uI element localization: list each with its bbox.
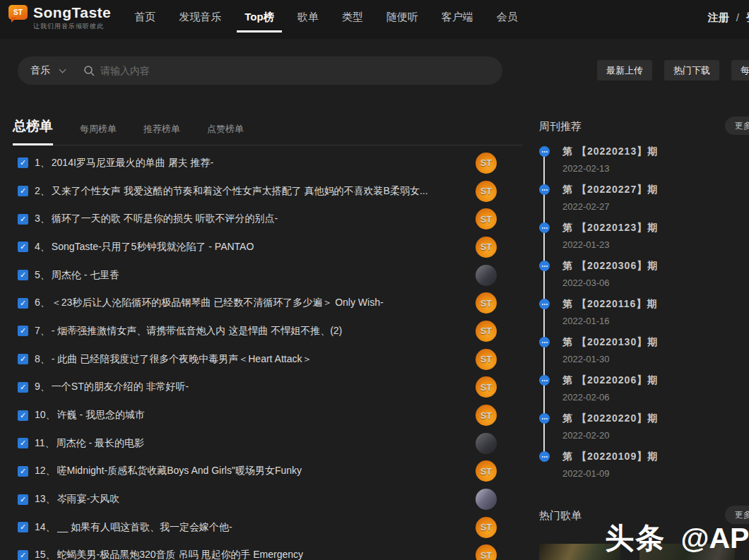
user-avatar[interactable]: ST <box>476 153 497 174</box>
song-title-link[interactable]: - 烟蒂强推激情女声、请携带低音炮入内 这是悍曲 不悍姐不推、(2) <box>52 325 342 338</box>
weekly-issue-title[interactable]: 第 【20220306】期 <box>562 260 749 273</box>
song-title-link[interactable]: 许巍 - 我思念的城市 <box>57 409 145 422</box>
user-avatar[interactable]: ST <box>476 292 497 314</box>
weekly-issue-title[interactable]: 第 【20220123】期 <box>562 222 749 234</box>
weekly-section-header: 周刊推荐 更多 > <box>539 117 749 136</box>
song-checkbox[interactable] <box>18 242 28 252</box>
song-checkbox[interactable] <box>18 382 28 393</box>
auth-separator: / <box>736 11 739 23</box>
tab[interactable]: 点赞榜单 <box>207 123 244 136</box>
user-avatar[interactable]: ST <box>476 181 497 202</box>
song-title-link[interactable]: __ 如果有人唱这首歌、我一定会嫁个他- <box>57 521 232 534</box>
nav-item[interactable]: 客户端 <box>442 11 473 24</box>
nav-item[interactable]: 首页 <box>134 11 155 24</box>
weekly-issue-item[interactable]: 第 【20220306】期 2022-03-06 <box>539 260 749 298</box>
song-checkbox[interactable] <box>18 410 28 421</box>
song-checkbox[interactable] <box>18 550 28 560</box>
song-rank: 8、 <box>35 353 50 366</box>
song-rank: 5、 <box>35 269 50 282</box>
weekly-issue-item[interactable]: 第 【20220220】期 2022-02-20 <box>539 412 749 451</box>
weekly-issue-item[interactable]: 第 【20220123】期 2022-01-23 <box>539 222 749 260</box>
song-row: 7、 - 烟蒂强推激情女声、请携带低音炮入内 这是悍曲 不悍姐不推、(2) ST <box>13 317 523 345</box>
nav-item[interactable]: 歌单 <box>297 11 319 24</box>
weekly-issue-title[interactable]: 第 【20220116】期 <box>562 298 749 311</box>
song-checkbox[interactable] <box>18 522 28 532</box>
user-avatar[interactable]: ST <box>476 349 497 370</box>
register-link[interactable]: 注册 <box>707 11 729 23</box>
song-title-link[interactable]: 一个ST的朋友介绍的 非常好听- <box>52 381 189 393</box>
nav-item[interactable]: 随便听 <box>387 11 418 24</box>
logo[interactable]: ST SongTaste 让我们用音乐倾听彼此 <box>8 5 111 31</box>
song-title-link[interactable]: 岑雨宴-大风吹 <box>57 493 120 506</box>
user-avatar[interactable] <box>476 433 497 454</box>
weekly-issue-item[interactable]: 第 【20220227】期 2022-02-27 <box>539 184 749 222</box>
tab[interactable]: 每周榜单 <box>80 123 117 136</box>
tab[interactable]: 推荐榜单 <box>143 123 180 136</box>
song-row: 11、 周杰伦 - 最长的电影 <box>13 429 523 458</box>
nav-item[interactable]: 类型 <box>342 11 363 24</box>
weekly-issue-item[interactable]: 第 【20220213】期 2022-02-13 <box>539 145 749 184</box>
song-title-link[interactable]: 蛇蝎美男-极品黑炮320音质 吊吗 甩起你的手 Emergency <box>57 549 304 560</box>
song-row: 2、 又来了个性女声 我爱这酷的节奏和着这个性女声太搭配了 真他妈的不喜欢装B柔… <box>13 177 523 205</box>
song-checkbox[interactable] <box>18 298 28 309</box>
song-checkbox[interactable] <box>18 466 28 477</box>
chevron-down-icon[interactable] <box>59 66 66 73</box>
song-rank: 6、 <box>35 297 50 309</box>
weekly-more-button[interactable]: 更多 > <box>725 117 749 135</box>
nav-item[interactable]: 会员 <box>497 11 518 24</box>
watermark: 头条 @APP猿 <box>605 519 749 558</box>
song-title-link[interactable]: 周杰伦 - 最长的电影 <box>57 437 144 450</box>
tab[interactable]: 总榜单 <box>13 117 53 136</box>
user-avatar[interactable]: ST <box>476 376 497 398</box>
action-button[interactable]: 每周榜 <box>731 60 749 81</box>
song-checkbox[interactable] <box>18 438 28 448</box>
song-row: 4、 SongTaste-只用了5秒钟我就沦陷了 - PANTAO ST <box>13 233 523 261</box>
user-avatar[interactable]: ST <box>476 517 497 538</box>
nav-item[interactable]: Top榜 <box>244 11 273 24</box>
weekly-issue-item[interactable]: 第 【20220116】期 2022-01-16 <box>539 298 749 336</box>
song-checkbox[interactable] <box>18 270 28 280</box>
user-avatar[interactable]: ST <box>476 321 497 342</box>
search-category-select[interactable]: 音乐 <box>30 64 50 77</box>
song-row: 10、 许巍 - 我思念的城市 ST <box>13 401 523 429</box>
song-title-link[interactable]: 循环了一天的歌 不听是你的损失 听歌不评分的别点- <box>52 213 278 225</box>
timeline-dot-icon <box>539 413 550 424</box>
song-title-link[interactable]: 又来了个性女声 我爱这酷的节奏和着这个性女声太搭配了 真他妈的不喜欢装B柔弱女.… <box>52 185 428 198</box>
user-avatar[interactable]: ST <box>476 405 497 426</box>
login-link[interactable]: 登录 <box>746 11 749 23</box>
chart-tabs: 总榜单 每周榜单 推荐榜单 点赞榜单 <box>13 117 523 145</box>
user-avatar[interactable] <box>476 489 497 510</box>
top-nav-bar: ST SongTaste 让我们用音乐倾听彼此 首页 发现音乐 Top榜 歌单 … <box>0 0 749 39</box>
weekly-issue-title[interactable]: 第 【20220220】期 <box>562 412 749 425</box>
song-title-link[interactable]: 周杰伦 - 七里香 <box>52 269 119 282</box>
song-title-link[interactable]: ＜23秒后让人沦陷循环的极品钢琴曲 已经数不清循环了多少遍＞ Only Wish… <box>52 297 384 309</box>
song-checkbox[interactable] <box>18 186 28 196</box>
weekly-issue-item[interactable]: 第 【20220130】期 2022-01-30 <box>539 336 749 374</box>
song-checkbox[interactable] <box>18 326 28 336</box>
song-checkbox[interactable] <box>18 214 28 225</box>
song-title-link[interactable]: SongTaste-只用了5秒钟我就沦陷了 - PANTAO <box>52 241 254 254</box>
weekly-issue-title[interactable]: 第 【20220130】期 <box>562 336 749 349</box>
song-checkbox[interactable] <box>18 157 28 168</box>
song-checkbox[interactable] <box>18 354 28 364</box>
user-avatar[interactable]: ST <box>476 208 497 230</box>
nav-item[interactable]: 发现音乐 <box>179 11 221 24</box>
weekly-issue-title[interactable]: 第 【20220206】期 <box>562 374 749 387</box>
action-button[interactable]: 热门下载 <box>664 60 719 81</box>
user-avatar[interactable]: ST <box>476 460 497 482</box>
song-title-link[interactable]: 2014I罗马尼亚最火的单曲 屠夫 推荐- <box>52 157 213 169</box>
weekly-issue-title[interactable]: 第 【20220213】期 <box>562 145 749 158</box>
action-button[interactable]: 最新上传 <box>597 60 652 81</box>
user-avatar[interactable]: ST <box>476 237 497 258</box>
song-title-link[interactable]: - 此曲 已经陪我度过了很多个夜晚中毒男声＜Heart Attack＞ <box>52 353 312 366</box>
weekly-issue-title[interactable]: 第 【20220109】期 <box>562 451 749 463</box>
song-title-link[interactable]: 嗟Midnight-质感私货收藏Boys And Girls"暖场男女Funky <box>57 465 302 477</box>
song-checkbox[interactable] <box>18 494 28 505</box>
user-avatar[interactable]: ST <box>476 544 497 560</box>
weekly-issue-title[interactable]: 第 【20220227】期 <box>562 184 749 196</box>
weekly-issue-item[interactable]: 第 【20220206】期 2022-02-06 <box>539 374 749 412</box>
search-bar[interactable]: 音乐 <box>18 56 502 85</box>
search-input[interactable] <box>100 65 490 76</box>
weekly-issue-item[interactable]: 第 【20220109】期 2022-01-09 <box>539 451 749 489</box>
user-avatar[interactable] <box>476 265 497 286</box>
